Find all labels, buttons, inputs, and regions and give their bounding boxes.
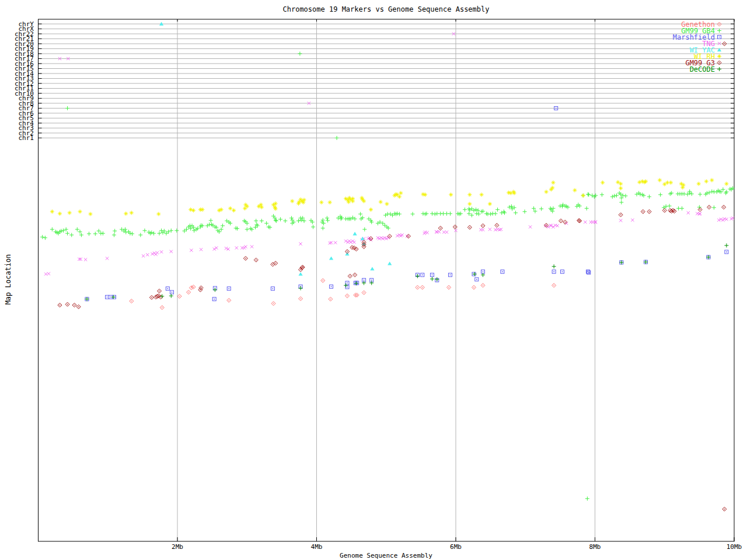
legend-label: DeCODE <box>690 65 715 74</box>
chromosome-labels: chrYchrXchr22chr21chr20chr19chr18chr17ch… <box>15 20 34 142</box>
chromosome-label: chr1 <box>19 134 34 142</box>
x-tick-label: 4Mb <box>311 543 323 551</box>
series-gm99-g3 <box>58 42 727 512</box>
series-wi-rh <box>50 178 729 216</box>
x-tick-labels: 2Mb4Mb6Mb8Mb10Mb <box>172 543 742 551</box>
legend: GenethonGM99 GB4MarshfieldTNGWI YACWI RH… <box>673 20 721 74</box>
axes <box>39 19 735 541</box>
x-tick-label: 2Mb <box>172 543 183 551</box>
series-wi-yac <box>159 22 392 276</box>
scatter-plot: 2Mb4Mb6Mb8Mb10MbchrYchrXchr22chr21chr20c… <box>0 0 747 560</box>
chart-root: Chromosome 19 Markers vs Genome Sequence… <box>0 0 747 560</box>
x-tick-label: 10Mb <box>727 543 742 551</box>
series-gm99-gb4 <box>40 52 735 501</box>
gridlines <box>39 19 735 541</box>
series-marshfield <box>85 107 728 301</box>
series-genethon <box>130 278 556 309</box>
x-tick-label: 6Mb <box>450 543 462 551</box>
x-tick-label: 8Mb <box>589 543 601 551</box>
series-decode <box>85 243 728 301</box>
